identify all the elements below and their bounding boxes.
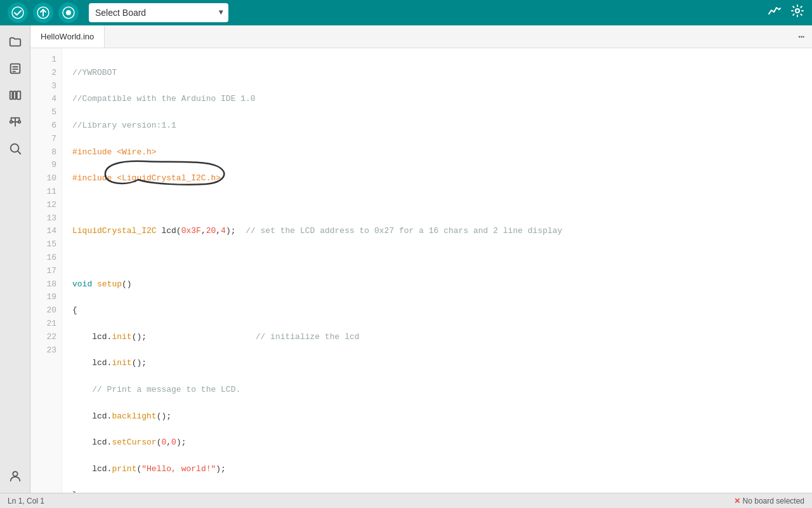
svg-point-0 [12, 7, 23, 18]
sidebar-item-sketch[interactable] [4, 57, 27, 80]
tab-bar: HelloWorld.ino ⋯ [30, 25, 812, 48]
status-right: ✕ No board selected [734, 497, 804, 505]
code-line-9: void setup() [72, 278, 802, 291]
svg-line-19 [18, 151, 20, 154]
code-line-10: { [72, 304, 802, 318]
code-line-11: lcd.init(); // initialize the lcd [72, 331, 802, 344]
code-line-5: #include <LiquidCrystal_I2C.h> [72, 172, 802, 185]
code-line-15: lcd.setCursor(0,0); [72, 436, 802, 450]
board-select-wrapper: Select BoardArduino UnoArduino MegaArdui… [84, 3, 228, 22]
toolbar: Select BoardArduino UnoArduino MegaArdui… [0, 0, 812, 25]
code-line-2: //Compatible with the Arduino IDE 1.0 [72, 93, 802, 106]
code-line-16: lcd.print("Hello, world!"); [72, 463, 802, 476]
code-line-7: LiquidCrystal_I2C lcd(0x3F,20,4); // set… [72, 225, 802, 238]
error-icon: ✕ [734, 497, 740, 505]
sidebar-item-library[interactable] [4, 84, 27, 107]
sidebar-item-board[interactable] [4, 110, 27, 133]
upload-button[interactable] [33, 3, 53, 23]
line-numbers: 12345 678910 1112131415 1617181920 21222… [30, 48, 62, 493]
code-line-17: } [72, 489, 802, 493]
code-line-12: lcd.init(); [72, 357, 802, 370]
status-bar: Ln 1, Col 1 ✕ No board selected [0, 493, 812, 508]
code-line-14: lcd.backlight(); [72, 410, 802, 424]
sidebar [0, 25, 30, 493]
verify-button[interactable] [8, 3, 28, 23]
debugger-button[interactable] [58, 3, 79, 23]
code-line-4: #include <Wire.h> [72, 146, 802, 159]
no-board-status: ✕ No board selected [734, 497, 804, 505]
main-area: HelloWorld.ino ⋯ 12345 678910 1112131415… [0, 25, 812, 493]
sidebar-item-search[interactable] [4, 137, 27, 160]
code-editor[interactable]: 12345 678910 1112131415 1617181920 21222… [30, 48, 812, 493]
tab-helloworld[interactable]: HelloWorld.ino [30, 25, 105, 48]
svg-rect-10 [10, 91, 12, 100]
code-line-1: //YWROBOT [72, 67, 802, 80]
code-line-6 [72, 199, 802, 212]
svg-rect-12 [16, 91, 20, 100]
editor-area: HelloWorld.ino ⋯ 12345 678910 1112131415… [30, 25, 812, 493]
sidebar-item-folder[interactable] [4, 30, 27, 53]
cursor-position: Ln 1, Col 1 [8, 497, 44, 505]
svg-point-4 [66, 10, 71, 15]
svg-rect-11 [13, 91, 16, 100]
sidebar-item-user[interactable] [4, 465, 27, 488]
tab-label: HelloWorld.ino [41, 32, 94, 41]
code-content[interactable]: //YWROBOT //Compatible with the Arduino … [62, 48, 812, 493]
code-line-8 [72, 251, 802, 265]
board-select[interactable]: Select BoardArduino UnoArduino MegaArdui… [89, 3, 228, 22]
settings-icon[interactable] [790, 4, 804, 22]
svg-point-5 [796, 9, 799, 13]
toolbar-right [768, 4, 804, 22]
signal-icon[interactable] [768, 4, 782, 22]
code-line-13: // Print a message to the LCD. [72, 384, 802, 397]
code-line-3: //Library version:1.1 [72, 119, 802, 133]
tab-more-button[interactable]: ⋯ [790, 25, 812, 48]
svg-point-20 [13, 472, 17, 476]
